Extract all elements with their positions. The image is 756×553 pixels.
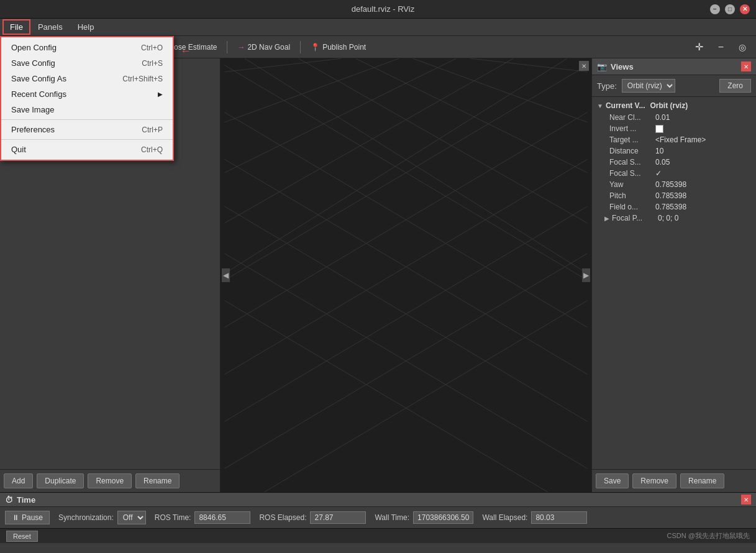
menu-quit[interactable]: Quit Ctrl+Q <box>1 142 173 157</box>
menu-file[interactable]: File <box>2 19 30 35</box>
field-of-view-row: Field o... 0.785398 <box>592 201 756 213</box>
rename-display-button[interactable]: Rename <box>135 473 180 488</box>
ros-time-group: ROS Time: 8846.65 <box>155 511 251 524</box>
menu-separator <box>1 119 173 120</box>
invert-checkbox[interactable] <box>655 125 663 133</box>
publish-icon: 📍 <box>311 43 320 52</box>
titlebar: default.rviz - RViz − □ ✕ <box>0 0 756 19</box>
duplicate-display-button[interactable]: Duplicate <box>37 473 84 488</box>
wall-time-group: Wall Time: 1703866306.50 <box>375 511 473 524</box>
viewport-arrow-right[interactable]: ▶ <box>582 268 590 282</box>
views-panel-title: 📷 Views <box>597 62 634 71</box>
views-zero-button[interactable]: Zero <box>719 79 751 93</box>
pause-icon: ⏸ <box>12 513 19 522</box>
maximize-button[interactable]: □ <box>725 4 735 14</box>
views-rename-button[interactable]: Rename <box>680 473 724 488</box>
menu-open-config[interactable]: Open Config Ctrl+O <box>1 40 173 55</box>
menubar: File Panels Help Open Config Ctrl+O Save… <box>0 19 756 36</box>
views-remove-button[interactable]: Remove <box>632 473 676 488</box>
menu-save-config[interactable]: Save Config Ctrl+S <box>1 55 173 71</box>
menu-help[interactable]: Help <box>70 19 102 35</box>
clock-icon: ⏱ <box>5 495 13 505</box>
viewport[interactable]: ✕ <box>221 58 591 492</box>
3d-viewport-canvas <box>221 58 591 492</box>
views-bottom-buttons: Save Remove Rename <box>592 469 756 492</box>
menu-panels[interactable]: Panels <box>30 19 70 35</box>
views-type-select[interactable]: Orbit (rviz) <box>622 79 675 93</box>
menu-recent-configs[interactable]: Recent Configs <box>1 86 173 102</box>
sync-group: Synchronization: Off <box>58 511 146 524</box>
crosshair-button[interactable]: ✛ <box>690 39 708 55</box>
add-display-button[interactable]: Add <box>4 473 33 488</box>
pause-button[interactable]: ⏸ Pause <box>5 511 50 524</box>
nav-goal-button[interactable]: → 2D Nav Goal <box>232 41 295 53</box>
watermark: CSDN @我先去打地鼠哦先 <box>667 531 750 541</box>
sync-select[interactable]: Off <box>117 511 146 524</box>
toolbar-right: ✛ − ◎ <box>690 39 751 55</box>
distance-row: Distance 10 <box>592 145 756 157</box>
toolbar-separator4 <box>300 41 301 53</box>
wall-time-value: 1703866306.50 <box>413 511 473 524</box>
focal-s1-row: Focal S... 0.05 <box>592 157 756 168</box>
viewport-close-button[interactable]: ✕ <box>579 61 589 71</box>
focal-point-triangle: ▶ <box>604 215 609 222</box>
red-arrow-indicator: ← <box>180 45 191 58</box>
views-panel-header: 📷 Views ✕ <box>592 58 756 75</box>
views-type-row: Type: Orbit (rviz) Zero <box>592 75 756 97</box>
views-panel: 📷 Views ✕ Type: Orbit (rviz) Zero ▼ Curr… <box>591 58 756 492</box>
ros-time-value: 8846.65 <box>194 511 250 524</box>
toolbar-separator3 <box>227 41 227 53</box>
eye-button[interactable]: ◎ <box>734 39 751 55</box>
menu-save-config-as[interactable]: Save Config As Ctrl+Shift+S <box>1 71 173 86</box>
window-title: default.rviz - RViz <box>56 4 710 14</box>
yaw-row: Yaw 0.785398 <box>592 179 756 190</box>
time-panel-header: ⏱ Time ✕ <box>0 493 756 507</box>
views-panel-close[interactable]: ✕ <box>741 62 751 71</box>
ros-elapsed-group: ROS Elapsed: 27.87 <box>259 511 366 524</box>
publish-point-button[interactable]: 📍 Publish Point <box>306 41 371 53</box>
wall-elapsed-value: 80.03 <box>531 511 587 524</box>
time-panel-title: ⏱ Time <box>5 495 35 505</box>
time-panel: ⏱ Time ✕ ⏸ Pause Synchronization: Off RO… <box>0 492 756 528</box>
file-dropdown-menu: Open Config Ctrl+O Save Config Ctrl+S Sa… <box>0 36 174 161</box>
pitch-row: Pitch 0.785398 <box>592 190 756 201</box>
menu-separator2 <box>1 139 173 140</box>
remove-display-button[interactable]: Remove <box>88 473 132 488</box>
svg-rect-0 <box>224 58 587 492</box>
viewport-arrow-left[interactable]: ◀ <box>222 268 230 282</box>
close-button[interactable]: ✕ <box>740 4 750 14</box>
wall-elapsed-group: Wall Elapsed: 80.03 <box>482 511 587 524</box>
near-clip-row: Near Cl... 0.01 <box>592 112 756 123</box>
menu-save-image[interactable]: Save Image <box>1 102 173 117</box>
focal-s2-row: Focal S... ✓ <box>592 168 756 179</box>
focal-point-row: ▶ Focal P... 0; 0; 0 <box>592 213 756 224</box>
nav-icon: → <box>237 43 245 52</box>
window-controls: − □ ✕ <box>710 4 750 14</box>
views-icon: 📷 <box>597 62 607 71</box>
current-view-triangle: ▼ <box>597 103 603 109</box>
minus-button[interactable]: − <box>713 39 729 55</box>
time-controls-row: ⏸ Pause Synchronization: Off ROS Time: 8… <box>0 507 756 528</box>
minimize-button[interactable]: − <box>710 4 720 14</box>
current-view-header[interactable]: ▼ Current V... Orbit (rviz) <box>592 99 756 112</box>
views-save-button[interactable]: Save <box>596 473 629 488</box>
views-tree: ▼ Current V... Orbit (rviz) Near Cl... 0… <box>592 97 756 469</box>
time-panel-close[interactable]: ✕ <box>741 495 751 505</box>
target-row: Target ... <Fixed Frame> <box>592 134 756 145</box>
ros-elapsed-value: 27.87 <box>310 511 366 524</box>
menu-preferences[interactable]: Preferences Ctrl+P <box>1 122 173 137</box>
invert-row: Invert ... <box>592 123 756 134</box>
statusbar: Reset CSDN @我先去打地鼠哦先 <box>0 528 756 543</box>
reset-button[interactable]: Reset <box>6 531 38 542</box>
panel-bottom-buttons: Add Duplicate Remove Rename <box>0 469 220 492</box>
